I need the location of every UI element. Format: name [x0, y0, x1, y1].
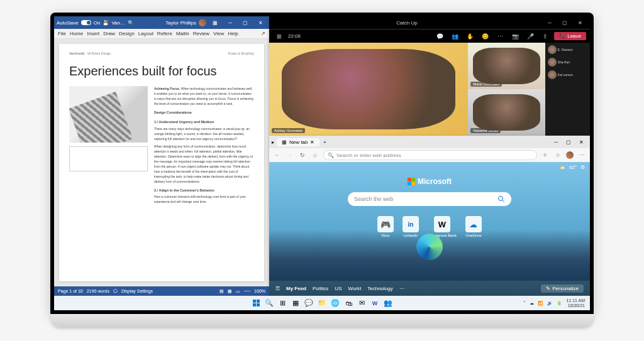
- ribbon-layout[interactable]: Layout: [138, 31, 153, 36]
- ribbon-view[interactable]: View: [213, 31, 224, 36]
- user-name[interactable]: Taylor Phillips: [165, 20, 196, 26]
- new-tab-icon[interactable]: +: [319, 139, 330, 145]
- ribbon-help[interactable]: Help: [228, 31, 238, 36]
- widgets-icon[interactable]: ▦: [290, 298, 301, 309]
- ribbon-options-icon[interactable]: ▦: [209, 16, 221, 29]
- document-canvas[interactable]: VanArsdel VA Brand Design Power & Simpli…: [54, 39, 269, 286]
- maximize-icon[interactable]: ▢: [558, 16, 571, 29]
- display-settings[interactable]: Display Settings: [121, 289, 153, 293]
- share-icon[interactable]: ⇪: [539, 31, 552, 41]
- video-tile[interactable]: Mario Gonzales: [468, 43, 545, 89]
- more-icon[interactable]: ⋯: [494, 31, 506, 41]
- camera-icon[interactable]: 📷: [509, 31, 521, 41]
- feed-tab[interactable]: US: [335, 286, 341, 291]
- address-bar-row: ← → ↻ ⌂ 🔍 Search or enter web address ✧ …: [269, 148, 590, 162]
- tray-chevron-icon[interactable]: ˄: [523, 301, 526, 306]
- explorer-icon[interactable]: 📁: [316, 298, 328, 309]
- close-icon[interactable]: ✕: [575, 136, 587, 148]
- chat-icon[interactable]: 💬: [303, 298, 314, 309]
- store-icon[interactable]: 🛍: [343, 298, 354, 309]
- close-icon[interactable]: ✕: [254, 16, 267, 29]
- ribbon-references[interactable]: Refere: [157, 31, 172, 36]
- minimize-icon[interactable]: ─: [224, 16, 236, 29]
- close-icon[interactable]: ✕: [574, 16, 586, 29]
- avatar: [548, 70, 557, 79]
- minimize-icon[interactable]: ─: [550, 136, 562, 148]
- settings-icon[interactable]: ⚙: [580, 165, 585, 170]
- roster-item[interactable]: Sha Hari: [547, 57, 589, 68]
- edge-icon[interactable]: 🌐: [330, 298, 341, 309]
- roster-item[interactable]: Kat Larson: [547, 69, 589, 80]
- ribbon-home[interactable]: Home: [70, 31, 83, 36]
- back-icon[interactable]: ←: [273, 152, 282, 158]
- feed-menu-icon[interactable]: ☰: [275, 286, 280, 291]
- taskbar: 🔍 ⊞ ▦ 💬 📁 🌐 🛍 ✉ W 👥 ˄ ☁ 📶 🔊 🔋 11:11 AM 1…: [54, 296, 590, 310]
- battery-icon[interactable]: 🔋: [557, 301, 562, 306]
- people-icon[interactable]: 👥: [448, 31, 461, 41]
- feed-tab[interactable]: Politics: [313, 286, 328, 291]
- refresh-icon[interactable]: ↻: [298, 152, 307, 158]
- reactions-icon[interactable]: 😊: [479, 31, 491, 41]
- close-tab-icon[interactable]: ✕: [310, 139, 314, 145]
- ribbon-draw[interactable]: Draw: [103, 31, 115, 36]
- address-bar[interactable]: 🔍 Search or enter web address: [323, 150, 537, 160]
- search-icon[interactable]: 🔍: [264, 298, 275, 309]
- autosave-state: On: [94, 20, 101, 26]
- browser-tab[interactable]: ▦ New tab ✕: [277, 138, 319, 146]
- search-box[interactable]: Search the web: [348, 192, 511, 206]
- autosave-toggle[interactable]: [81, 20, 91, 25]
- minimize-icon[interactable]: ─: [543, 16, 556, 29]
- feed-tab[interactable]: Technology: [367, 286, 392, 291]
- ribbon-file[interactable]: File: [58, 31, 66, 36]
- menu-icon[interactable]: ⋯: [577, 152, 586, 158]
- ribbon-insert[interactable]: Insert: [87, 31, 99, 36]
- video-tile[interactable]: Natasha Jones: [468, 89, 545, 136]
- favorites-icon[interactable]: ☆: [553, 152, 562, 158]
- layout-icon[interactable]: ⊞: [273, 31, 286, 41]
- mail-icon[interactable]: ✉: [356, 298, 367, 309]
- zoom-level[interactable]: 100%: [254, 289, 265, 293]
- forward-icon[interactable]: →: [286, 152, 294, 158]
- ribbon-design[interactable]: Design: [119, 31, 135, 36]
- teams-toolbar: ⊞ 22:08 💬 👥 ✋ 😊 ⋯ 📷 🎤 ⇪ 📞 Leave: [269, 29, 590, 43]
- word-icon[interactable]: W: [369, 298, 380, 309]
- mic-icon[interactable]: 🎤: [524, 31, 536, 41]
- wifi-icon[interactable]: 📶: [538, 301, 543, 306]
- onedrive-tray-icon[interactable]: ☁: [530, 301, 534, 306]
- word-count[interactable]: 2190 words: [87, 289, 109, 293]
- maximize-icon[interactable]: ▢: [239, 16, 252, 29]
- view-read-icon[interactable]: ▦: [228, 289, 232, 294]
- view-print-icon[interactable]: ▤: [219, 289, 224, 294]
- leave-button[interactable]: 📞 Leave: [554, 32, 586, 40]
- feed-tab[interactable]: World: [348, 286, 361, 291]
- teams-icon[interactable]: 👥: [382, 298, 394, 309]
- weather-temp[interactable]: 62°: [569, 165, 577, 170]
- clock[interactable]: 11:11 AM 10/20/21: [566, 298, 585, 308]
- weather-icon[interactable]: ⛅: [559, 165, 565, 170]
- tile-xbox[interactable]: 🎮Xbox: [377, 216, 394, 237]
- tile-onedrive[interactable]: ☁OneDrive: [465, 216, 482, 237]
- doc-name[interactable]: Van…: [111, 20, 125, 26]
- video-main[interactable]: Ashley Gonzales: [269, 43, 468, 136]
- ribbon-review[interactable]: Review: [193, 31, 209, 36]
- start-button[interactable]: [250, 298, 262, 309]
- chat-icon[interactable]: 💬: [433, 31, 446, 41]
- home-icon[interactable]: ⌂: [311, 152, 319, 158]
- doc-slogan: Power & Simplicity: [228, 51, 254, 55]
- ribbon-mailings[interactable]: Mailin: [176, 31, 189, 36]
- maximize-icon[interactable]: ▢: [562, 136, 575, 148]
- feed-tab[interactable]: My Feed: [286, 286, 306, 291]
- roster-item[interactable]: E. Dawson: [547, 44, 589, 55]
- raise-hand-icon[interactable]: ✋: [464, 31, 476, 41]
- avatar[interactable]: [199, 19, 206, 26]
- personalize-button[interactable]: ✎ Personalize: [541, 284, 584, 293]
- profile-icon[interactable]: [566, 151, 574, 159]
- tab-actions-icon[interactable]: ▸: [272, 139, 274, 145]
- task-view-icon[interactable]: ⊞: [277, 298, 288, 309]
- volume-icon[interactable]: 🔊: [547, 301, 553, 306]
- collections-icon[interactable]: ✧: [541, 152, 550, 158]
- page-count[interactable]: Page 1 of 10: [58, 289, 83, 293]
- tile-linkedin[interactable]: inLinkedIn: [402, 216, 419, 237]
- share-icon[interactable]: ↗: [261, 31, 265, 36]
- view-web-icon[interactable]: ▭: [236, 289, 240, 294]
